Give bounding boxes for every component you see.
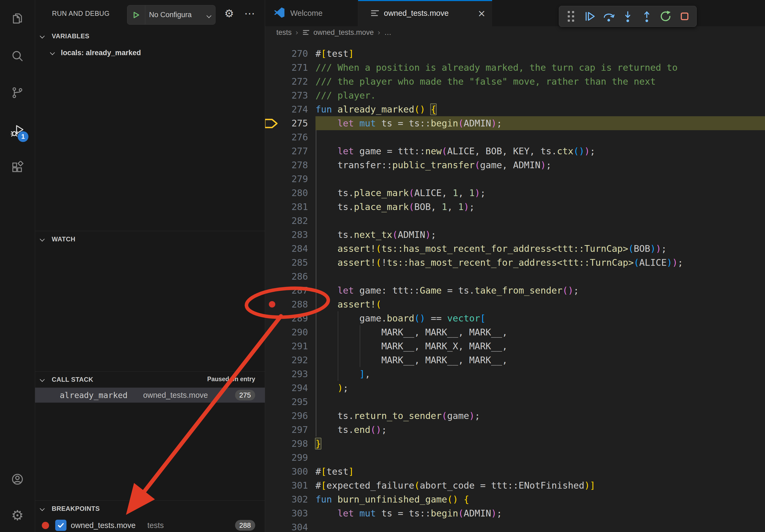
gutter-breakpoint-area[interactable] <box>265 353 279 367</box>
code-line[interactable]: 273/// player. <box>265 89 765 102</box>
gutter-breakpoint-area[interactable] <box>265 506 279 520</box>
code-line[interactable]: 280 ts.place_mark(ALICE, 1, 1); <box>265 186 765 200</box>
gutter-breakpoint-area[interactable] <box>265 47 279 61</box>
toolbar-drag-handle[interactable] <box>563 8 578 24</box>
gutter-breakpoint-area[interactable] <box>265 492 279 506</box>
gutter-breakpoint-area[interactable] <box>265 130 279 144</box>
gutter-breakpoint-area[interactable] <box>265 464 279 478</box>
code-line[interactable]: 293 ], <box>265 367 765 381</box>
code-line[interactable]: 272/// the player who made the "false" m… <box>265 75 765 89</box>
gutter-breakpoint-area[interactable] <box>265 283 279 297</box>
code-line[interactable]: 302fun burn_unfinished_game() { <box>265 492 765 506</box>
breakpoint-enabled-checkbox[interactable] <box>55 520 67 531</box>
start-debugging-icon[interactable] <box>127 5 145 24</box>
code-line[interactable]: 303 let mut ts = ts::begin(ADMIN); <box>265 506 765 520</box>
gutter-breakpoint-area[interactable] <box>265 437 279 450</box>
code-line[interactable]: 287 let game: ttt::Game = ts.take_from_s… <box>265 283 765 297</box>
gutter-breakpoint-area[interactable] <box>265 158 279 172</box>
breadcrumb-symbol[interactable]: … <box>384 28 391 37</box>
gutter-breakpoint-area[interactable] <box>265 325 279 339</box>
gutter-breakpoint-area[interactable] <box>265 102 279 116</box>
code-line[interactable]: 288 assert!( <box>265 297 765 311</box>
gutter-breakpoint-area[interactable] <box>265 256 279 269</box>
restart-button[interactable] <box>658 8 673 24</box>
code-line[interactable]: 292 MARK__, MARK__, MARK__, <box>265 353 765 367</box>
explorer-icon[interactable] <box>0 5 35 32</box>
more-actions-icon[interactable]: ⋯ <box>241 0 258 27</box>
code-line[interactable]: 289 game.board() == vector[ <box>265 311 765 325</box>
gutter-breakpoint-area[interactable] <box>265 381 279 395</box>
account-icon[interactable] <box>0 466 35 493</box>
gutter-breakpoint-area[interactable] <box>265 520 279 532</box>
stop-button[interactable] <box>677 8 692 24</box>
gutter-breakpoint-area[interactable] <box>265 339 279 353</box>
breakpoint-dot-icon[interactable] <box>269 301 275 308</box>
code-line[interactable]: 294 ); <box>265 381 765 395</box>
gutter-breakpoint-area[interactable] <box>265 228 279 242</box>
close-icon[interactable]: × <box>478 0 486 26</box>
run-and-debug-icon[interactable] <box>0 117 35 144</box>
code-line[interactable]: 297 ts.end(); <box>265 423 765 437</box>
gutter-breakpoint-area[interactable] <box>265 409 279 423</box>
code-line[interactable]: 282 <box>265 214 765 228</box>
code-line[interactable]: 281 ts.place_mark(BOB, 1, 1); <box>265 200 765 214</box>
code-line[interactable]: 286 <box>265 269 765 283</box>
code-line[interactable]: 285 assert!(!ts::has_most_recent_for_add… <box>265 256 765 269</box>
code-line[interactable]: 276 <box>265 130 765 144</box>
debug-settings-gear-icon[interactable]: ⚙ <box>221 0 238 27</box>
code-line[interactable]: 271/// When a position is already marked… <box>265 61 765 75</box>
gutter-breakpoint-area[interactable] <box>265 269 279 283</box>
section-watch[interactable]: WATCH <box>35 232 265 246</box>
gutter-breakpoint-area[interactable] <box>265 395 279 409</box>
code-line[interactable]: 296 ts.return_to_sender(game); <box>265 409 765 423</box>
code-line[interactable]: 278 transfer::public_transfer(game, ADMI… <box>265 158 765 172</box>
gutter-breakpoint-area[interactable] <box>265 61 279 75</box>
code-line[interactable]: 299 <box>265 450 765 464</box>
gutter-breakpoint-area[interactable] <box>265 450 279 464</box>
gutter-breakpoint-area[interactable] <box>265 367 279 381</box>
settings-gear-icon[interactable]: ⚙ <box>0 502 35 529</box>
search-icon[interactable] <box>0 43 35 69</box>
code-line[interactable]: 284 assert!(ts::has_most_recent_for_addr… <box>265 242 765 256</box>
code-line[interactable]: 279 <box>265 172 765 186</box>
code-line[interactable]: 274fun already_marked() { <box>265 102 765 116</box>
variables-locals-scope[interactable]: locals: already_marked <box>35 46 265 60</box>
code-line[interactable]: 275 let mut ts = ts::begin(ADMIN); <box>265 116 765 130</box>
gutter-breakpoint-area[interactable] <box>265 478 279 492</box>
gutter-breakpoint-area[interactable] <box>265 297 279 311</box>
code-line[interactable]: 300#[test] <box>265 464 765 478</box>
code-line[interactable]: 290 MARK__, MARK__, MARK__, <box>265 325 765 339</box>
code-line[interactable]: 295 <box>265 395 765 409</box>
launch-configuration-dropdown[interactable]: No Configura <box>127 5 216 25</box>
code-line[interactable]: 304 <box>265 520 765 532</box>
gutter-breakpoint-area[interactable] <box>265 242 279 256</box>
extensions-icon[interactable] <box>0 154 35 181</box>
tab-welcome[interactable]: Welcome <box>265 0 358 26</box>
gutter-breakpoint-area[interactable] <box>265 214 279 228</box>
code-line[interactable]: 301#[expected_failure(abort_code = ttt::… <box>265 478 765 492</box>
gutter-breakpoint-area[interactable] <box>265 423 279 437</box>
tab-owned-tests-move[interactable]: owned_tests.move × <box>358 0 492 26</box>
continue-button[interactable] <box>582 8 597 24</box>
section-breakpoints[interactable]: BREAKPOINTS <box>35 501 265 516</box>
call-stack-frame[interactable]: already_marked owned_tests.move 275 <box>35 388 265 402</box>
gutter-breakpoint-area[interactable] <box>265 311 279 325</box>
source-control-icon[interactable] <box>0 79 35 106</box>
breadcrumb-file[interactable]: owned_tests.move <box>313 28 374 37</box>
step-into-button[interactable] <box>620 8 635 24</box>
code-line[interactable]: 277 let game = ttt::new(ALICE, BOB, KEY,… <box>265 144 765 158</box>
breadcrumb-folder[interactable]: tests <box>276 28 292 37</box>
breakpoint-list-item[interactable]: owned_tests.move tests 288 <box>35 519 265 532</box>
code-line[interactable]: 283 ts.next_tx(ADMIN); <box>265 228 765 242</box>
step-over-button[interactable] <box>601 8 616 24</box>
gutter-breakpoint-area[interactable] <box>265 144 279 158</box>
gutter-breakpoint-area[interactable] <box>265 186 279 200</box>
gutter-breakpoint-area[interactable] <box>265 116 279 130</box>
code-line[interactable]: 270#[test] <box>265 47 765 61</box>
step-out-button[interactable] <box>639 8 654 24</box>
gutter-breakpoint-area[interactable] <box>265 89 279 102</box>
code-line[interactable]: 298} <box>265 437 765 450</box>
section-variables[interactable]: VARIABLES <box>35 29 265 43</box>
code-editor[interactable]: 270#[test]271/// When a position is alre… <box>265 39 765 532</box>
gutter-breakpoint-area[interactable] <box>265 75 279 89</box>
